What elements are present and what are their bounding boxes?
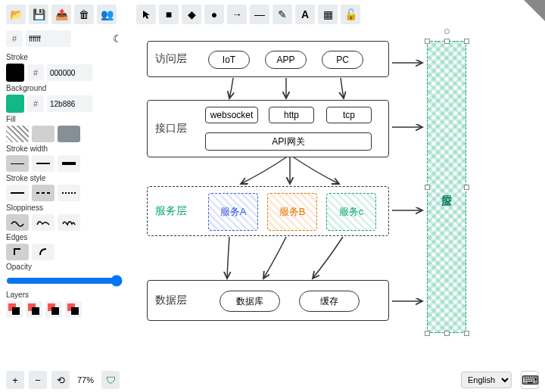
node-cache[interactable]: 缓存 <box>299 291 360 312</box>
layer-service[interactable]: 服务层 服务A 服务B 服务c <box>147 186 389 236</box>
stroke-style-label: Stroke style <box>6 174 123 182</box>
keyboard-icon[interactable]: ⌨ <box>521 371 539 389</box>
node-db[interactable]: 数据库 <box>220 291 280 312</box>
style-solid[interactable] <box>6 185 29 201</box>
layer-data-label: 数据层 <box>155 294 187 307</box>
stroke-label: Stroke <box>6 53 123 61</box>
fill-hachure[interactable] <box>6 126 29 142</box>
zoom-in-button[interactable]: + <box>6 371 24 389</box>
layer-back[interactable] <box>6 301 23 318</box>
node-svc-c[interactable]: 服务c <box>326 193 376 231</box>
stroke-swatch[interactable] <box>6 64 24 82</box>
hash-icon: # <box>6 30 23 47</box>
tool-library[interactable]: ▦ <box>318 5 338 24</box>
resize-handle[interactable] <box>464 39 469 44</box>
edge-round[interactable] <box>32 244 54 260</box>
tool-rectangle[interactable]: ■ <box>159 5 179 24</box>
tool-diamond[interactable]: ◆ <box>182 5 201 24</box>
resize-handle[interactable] <box>425 331 430 336</box>
export-icon[interactable]: 📤 <box>51 5 71 24</box>
node-app[interactable]: APP <box>265 51 307 69</box>
edge-sharp[interactable] <box>6 244 29 260</box>
width-med[interactable] <box>32 155 54 172</box>
resize-handle[interactable] <box>425 185 430 190</box>
node-iot[interactable]: IoT <box>208 51 250 69</box>
layers-label: Layers <box>6 291 123 299</box>
layer-access-label: 访问层 <box>155 52 187 66</box>
diagram: 访问层 IoT APP PC 接口层 websocket http tcp AP… <box>142 36 539 360</box>
dark-mode-icon[interactable]: ☾ <box>113 33 123 45</box>
bg-swatch[interactable] <box>6 95 24 113</box>
save-icon[interactable]: 💾 <box>29 5 48 24</box>
trash-icon[interactable]: 🗑 <box>74 5 94 24</box>
github-corner-icon[interactable] <box>524 0 545 21</box>
tool-arrow[interactable]: → <box>227 5 247 24</box>
rotate-handle-icon[interactable] <box>444 29 450 34</box>
resize-handle[interactable] <box>464 331 469 336</box>
hash-icon: # <box>27 95 44 112</box>
slop-cartoonist[interactable] <box>58 214 80 231</box>
node-monitor[interactable]: 监控层 <box>427 41 466 333</box>
collab-icon[interactable]: 👥 <box>97 5 117 24</box>
node-svc-a[interactable]: 服务A <box>208 193 258 231</box>
layer-forward[interactable] <box>45 301 62 318</box>
edges-label: Edges <box>6 233 123 241</box>
node-gateway[interactable]: API网关 <box>205 132 372 151</box>
fill-solid[interactable] <box>58 126 80 142</box>
layer-service-label: 服务层 <box>155 204 187 218</box>
layer-access[interactable]: 访问层 IoT APP PC <box>147 41 389 77</box>
slop-architect[interactable] <box>6 214 29 231</box>
background-label: Background <box>6 84 123 92</box>
layer-interface[interactable]: 接口层 websocket http tcp API网关 <box>147 100 389 157</box>
resize-handle[interactable] <box>464 185 469 190</box>
fill-crosshatch[interactable] <box>32 126 54 142</box>
zoom-percent[interactable]: 77% <box>74 375 97 384</box>
opacity-slider[interactable] <box>6 275 123 287</box>
width-thick[interactable] <box>58 155 80 172</box>
bg-color-input[interactable] <box>47 95 92 112</box>
bottom-bar: + − ⟲ 77% 🛡 English ⌨ <box>0 368 545 392</box>
resize-handle[interactable] <box>425 39 430 44</box>
node-pc[interactable]: PC <box>322 51 363 69</box>
tool-select[interactable] <box>136 5 156 24</box>
language-select[interactable]: English <box>461 372 512 388</box>
file-toolbar: 📂 💾 📤 🗑 👥 <box>6 5 123 24</box>
tool-lock[interactable]: 🔓 <box>341 5 360 24</box>
node-svc-b[interactable]: 服务B <box>267 193 317 231</box>
tool-line[interactable]: — <box>250 5 269 24</box>
width-thin[interactable] <box>6 155 29 172</box>
canvas[interactable]: ■ ◆ ● → — ✎ A ▦ 🔓 访问层 IoT <box>129 0 545 368</box>
node-http[interactable]: http <box>269 107 314 123</box>
fill-color-input[interactable] <box>26 30 71 47</box>
zoom-reset-button[interactable]: ⟲ <box>51 371 70 389</box>
tool-ellipse[interactable]: ● <box>204 5 224 24</box>
sidebar: 📂 💾 📤 🗑 👥 # ☾ Stroke # Background # Fill <box>0 0 129 368</box>
layer-interface-label: 接口层 <box>155 122 187 135</box>
resize-handle[interactable] <box>444 39 450 44</box>
slop-artist[interactable] <box>32 214 54 231</box>
layer-front[interactable] <box>65 301 82 318</box>
shield-icon[interactable]: 🛡 <box>101 371 120 389</box>
resize-handle[interactable] <box>444 331 450 336</box>
node-tcp[interactable]: tcp <box>326 107 372 123</box>
style-dashed[interactable] <box>32 185 54 201</box>
tool-text[interactable]: A <box>295 5 315 24</box>
opacity-label: Opacity <box>6 263 123 271</box>
zoom-out-button[interactable]: − <box>29 371 47 389</box>
node-websocket[interactable]: websocket <box>205 107 258 123</box>
layer-backward[interactable] <box>26 301 42 318</box>
tool-draw[interactable]: ✎ <box>272 5 292 24</box>
sloppiness-label: Sloppiness <box>6 204 123 212</box>
shape-toolbar: ■ ◆ ● → — ✎ A ▦ 🔓 <box>136 5 360 24</box>
layer-data[interactable]: 数据层 数据库 缓存 <box>147 280 389 321</box>
open-icon[interactable]: 📂 <box>6 5 26 24</box>
stroke-color-input[interactable] <box>47 64 92 81</box>
style-dotted[interactable] <box>58 185 80 201</box>
fill-label: Fill <box>6 115 123 123</box>
hash-icon: # <box>27 64 44 81</box>
stroke-width-label: Stroke width <box>6 145 123 153</box>
